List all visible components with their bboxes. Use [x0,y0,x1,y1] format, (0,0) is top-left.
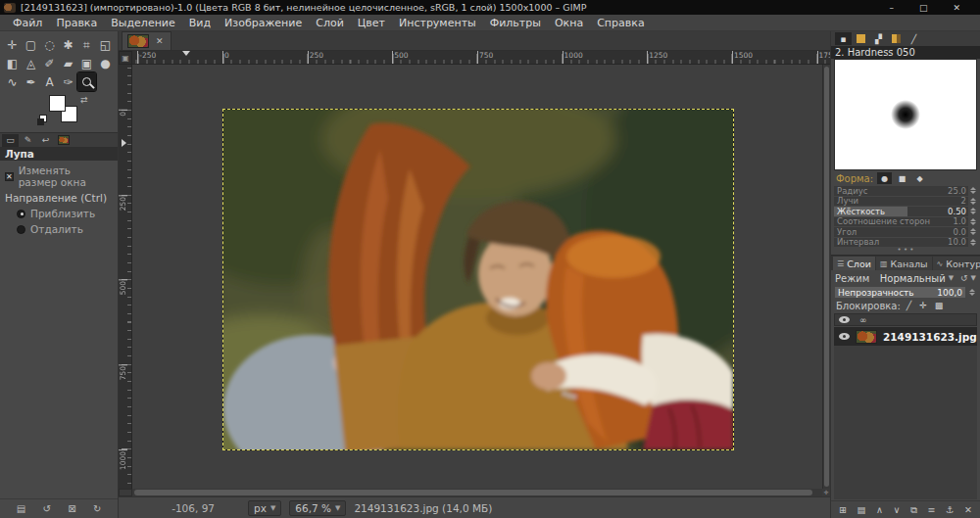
horizontal-scrollbar[interactable] [132,489,822,496]
dock-tab[interactable] [853,32,869,45]
menu-item[interactable]: Файл [6,16,49,30]
dock-tab[interactable]: ▪ [835,32,852,45]
image-tab-close-icon[interactable]: ✕ [154,36,166,46]
slider-spinner[interactable] [970,197,977,207]
shape-button[interactable]: ◆ [912,172,927,184]
menu-item[interactable]: Слой [309,16,351,30]
dock-tab[interactable]: ✎ [20,134,36,147]
tool-button[interactable]: ▢ [22,35,40,54]
opacity-spinner[interactable] [969,288,976,298]
panel-tab[interactable]: ☰Слои [833,257,875,270]
menu-item[interactable]: Справка [590,16,651,30]
footer-button[interactable]: ✕ [964,504,972,515]
chevron-down-icon[interactable]: ▼ [971,274,976,282]
chevron-down-icon[interactable]: ▼ [949,274,954,282]
slider-spinner[interactable] [970,227,977,237]
layer-visibility-eye-icon[interactable] [839,333,850,340]
tool-button[interactable]: ◬ [22,54,40,72]
panel-tab[interactable]: ∿Контуры [933,257,980,270]
resize-window-checkbox[interactable]: ✕ [5,172,14,181]
zoom-dropdown[interactable]: 66,7 % ▼ [289,500,346,516]
dock-tab[interactable]: ▞ [870,32,887,45]
slider-spinner[interactable] [970,217,977,227]
layer-row[interactable]: 2149131623.jpg [834,327,977,346]
footer-button[interactable]: ∧ [876,504,883,515]
dock-tab[interactable]: ↩ [37,134,54,147]
photo-canvas[interactable] [223,110,733,449]
tool-button[interactable]: ∿ [3,72,22,91]
menu-item[interactable]: Изображение [218,16,309,30]
swap-colors-icon[interactable]: ⇄ [80,95,88,105]
footer-button[interactable]: ⚓ [946,504,955,515]
canvas-viewport[interactable] [132,65,830,489]
vertical-scrollbar[interactable] [822,65,830,489]
opacity-slider[interactable]: Непрозрачность 100,0 [835,287,965,298]
lock-icon[interactable]: ╱ [906,301,911,310]
tool-button[interactable]: ▰ [59,54,77,72]
close-button[interactable]: ✕ [953,3,960,13]
slider-spinner[interactable] [970,238,977,248]
brush-slider[interactable]: Радиус 25.0 [834,186,968,196]
zoom-out-radio[interactable] [17,225,25,234]
brush-slider[interactable]: Соотношение сторон 1.0 [834,217,968,227]
footer-button[interactable]: ▤ [858,504,866,515]
chain-icon[interactable]: ∞ [859,315,867,325]
image-tab[interactable]: ✕ [122,31,172,50]
navigation-button[interactable]: ✛ [822,489,830,496]
menu-item[interactable]: Цвет [351,16,392,30]
shape-button[interactable]: ■ [895,172,909,184]
tool-button[interactable]: ⌗ [77,35,96,54]
tool-button[interactable] [77,72,96,91]
mode-dropdown[interactable]: Нормальный [880,273,946,284]
footer-button[interactable]: ⊠ [68,503,75,514]
lock-icon[interactable]: ✛ [919,301,927,310]
tool-button[interactable]: ◱ [96,35,115,54]
quick-mask-toggle[interactable] [119,489,132,496]
tool-button[interactable]: ▣ [77,54,96,72]
menu-item[interactable]: Инструменты [392,16,483,30]
foreground-color-swatch[interactable] [49,95,66,112]
tool-button[interactable]: ✐ [40,54,59,72]
footer-button[interactable]: ↻ [93,503,101,514]
default-colors-icon[interactable] [39,115,47,122]
tool-button[interactable]: ◧ [3,54,22,72]
minimize-button[interactable]: – [889,3,894,13]
footer-button[interactable]: ↺ [42,503,50,514]
menu-item[interactable]: Вид [182,16,218,30]
footer-button[interactable]: ≡ [927,504,935,515]
tool-button[interactable]: ● [96,54,115,72]
brush-slider[interactable]: Угол 0.0 [834,227,968,237]
ruler-corner-button[interactable]: ▣ [119,51,132,65]
menu-item[interactable]: Выделение [104,16,182,30]
footer-button[interactable]: ⧉ [910,504,917,516]
dock-tab[interactable]: ▭ [2,134,19,147]
tool-button[interactable]: ✒ [22,72,40,91]
zoom-in-radio[interactable] [17,210,25,218]
menu-item[interactable]: Фильтры [483,16,548,30]
menu-item[interactable]: Правка [49,16,104,30]
mode-reset-icon[interactable]: ↺ [960,273,968,283]
maximize-button[interactable]: □ [919,3,928,13]
tool-button[interactable]: ✛ [3,35,22,54]
tool-button[interactable]: A [40,72,59,91]
footer-button[interactable]: ∨ [894,504,901,515]
slider-spinner[interactable] [970,207,977,216]
tool-button[interactable]: ✱ [59,35,77,54]
dock-tab[interactable] [55,134,72,147]
dock-tab[interactable]: ╱ [906,32,922,45]
tool-button[interactable]: ✑ [59,72,77,91]
tool-button[interactable]: ◌ [40,35,59,54]
panel-tab[interactable]: ▥Каналы [876,257,932,270]
footer-button[interactable]: ⊞ [839,504,847,515]
menu-item[interactable]: Окна [548,16,590,30]
shape-button[interactable]: ● [877,172,892,184]
brush-slider[interactable]: Интервал 10.0 [834,238,968,248]
units-dropdown[interactable]: px ▼ [248,500,281,516]
slider-spinner[interactable] [970,186,977,196]
dock-grip[interactable]: • • • [831,248,980,255]
brush-slider[interactable]: Лучи 2 [834,197,968,207]
brush-slider[interactable]: Жёсткость 0.50 [834,207,968,216]
footer-button[interactable]: ▤ [17,503,25,514]
dock-tab[interactable] [888,32,905,45]
lock-icon[interactable]: ▩ [935,301,944,310]
